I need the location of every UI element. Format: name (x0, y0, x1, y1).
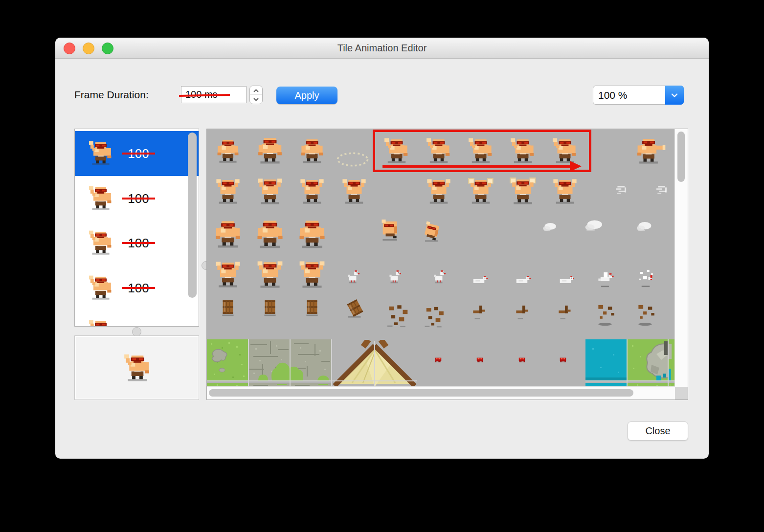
chicken-lying-sprite[interactable] (557, 270, 574, 290)
chicken-stand-sprite[interactable] (386, 268, 403, 287)
barrel-tilt-sprite[interactable] (344, 297, 366, 321)
frame-list[interactable]: 100100100100 (74, 129, 199, 327)
grid-line (331, 339, 332, 387)
tile-grass[interactable] (207, 339, 248, 382)
wood-plank-sprite[interactable] (513, 301, 533, 324)
ogre-arms-up-sprite[interactable] (341, 178, 367, 207)
barrel-sprite[interactable] (259, 296, 281, 320)
ogre-glow-sprite[interactable] (509, 178, 537, 207)
stepper-down-icon[interactable] (250, 94, 262, 104)
frame-list-item[interactable]: 100 (75, 131, 199, 176)
smoke-puff-sprite[interactable] (541, 219, 558, 238)
chicken-fly-sprite[interactable] (595, 267, 615, 290)
tileset-view[interactable] (206, 129, 688, 400)
crab-sprite[interactable] (475, 355, 485, 367)
tile-stone-grass-b[interactable] (290, 339, 331, 382)
preview-sprite (123, 354, 152, 384)
grid-line (248, 339, 249, 387)
wood-plank-sprite[interactable] (470, 301, 490, 324)
frame-sprite (88, 275, 113, 303)
close-button[interactable]: Close (628, 421, 688, 441)
debris-fly-sprite[interactable] (592, 302, 618, 330)
chicken-lying-sprite[interactable] (470, 270, 488, 290)
wood-debris-sprite[interactable] (384, 302, 411, 332)
animation-preview-pane (74, 335, 199, 400)
ogre-big-sprite[interactable] (255, 219, 285, 251)
annotation-strikethrough (122, 242, 155, 244)
ogre-arms-up-sprite[interactable] (256, 261, 284, 291)
titlebar[interactable]: Tile Animation Editor (55, 38, 709, 59)
ogre-arms-up-sprite[interactable] (298, 261, 326, 291)
smoke-puff-sprite[interactable] (583, 215, 604, 239)
tile-water[interactable] (585, 339, 627, 382)
grid-line (207, 380, 417, 381)
tile-stone-grass[interactable] (248, 339, 290, 382)
frame-duration-stepper[interactable] (249, 86, 263, 104)
grid-line (290, 339, 291, 387)
crab-sprite[interactable] (433, 355, 443, 367)
chicken-burst-sprite[interactable] (635, 266, 656, 290)
tileset-horizontal-scrollbar[interactable] (207, 386, 675, 399)
window-title: Tile Animation Editor (55, 38, 709, 58)
barrel-sprite[interactable] (301, 296, 323, 320)
zoom-select[interactable]: 100 % (593, 86, 684, 105)
frame-list-item[interactable]: 100 (75, 221, 199, 266)
frame-sprite (88, 230, 113, 258)
debris-fly-sprite[interactable] (632, 302, 658, 330)
chicken-stand-sprite[interactable] (344, 268, 361, 287)
ogre-big-sprite[interactable] (297, 219, 327, 251)
ogre-arms-up-sprite[interactable] (214, 261, 242, 290)
ogre-stand-sprite[interactable] (256, 136, 284, 167)
barrel-sprite[interactable] (217, 296, 239, 320)
annotation-strikethrough (122, 198, 155, 200)
ghost-dash-sprite[interactable] (652, 181, 670, 201)
frame-list-item[interactable]: 100 (75, 266, 199, 310)
tileset-vertical-scrollbar[interactable] (674, 129, 688, 387)
frame-sprite (88, 186, 113, 213)
tile-animation-editor-window: Tile Animation Editor Frame Duration: 10… (55, 38, 709, 459)
frame-duration-label: Frame Duration: (74, 86, 149, 103)
wood-plank-sprite[interactable] (555, 301, 576, 324)
tile-grass-rock[interactable] (627, 339, 668, 382)
annotation-arrow-line (382, 165, 571, 168)
frame-sprite (88, 320, 113, 327)
annotation-arrow-head (570, 161, 582, 172)
grid-line (585, 380, 675, 381)
select-ellipse-sprite[interactable] (336, 142, 370, 178)
scrollbar-corner (675, 387, 688, 399)
ogre-jump2-sprite[interactable] (420, 221, 443, 245)
grid-line (668, 339, 669, 387)
grid-line (374, 341, 375, 387)
chevron-down-icon[interactable] (665, 86, 684, 105)
grid-line (627, 339, 628, 387)
crab-sprite[interactable] (517, 355, 527, 367)
wood-debris-sprite[interactable] (422, 304, 447, 332)
ogre-arms-up-sprite[interactable] (426, 178, 452, 207)
ogre-stand-sprite[interactable] (299, 138, 325, 166)
annotation-strikethrough (122, 153, 155, 155)
zoom-value: 100 % (598, 86, 628, 104)
chicken-lying-sprite[interactable] (513, 270, 531, 290)
smoke-puff-sprite[interactable] (634, 218, 653, 238)
ogre-stand-sprite[interactable] (215, 138, 241, 166)
frame-list-item[interactable] (75, 310, 199, 327)
frame-list-item[interactable]: 100 (75, 176, 199, 221)
crab-sprite[interactable] (558, 355, 568, 367)
chicken-stand-sprite[interactable] (430, 268, 447, 287)
ogre-arms-up-sprite[interactable] (552, 178, 578, 207)
ogre-punch-sprite[interactable] (635, 137, 662, 167)
frame-sprite (88, 141, 113, 168)
tileset-content[interactable] (207, 129, 675, 387)
ogre-big-sprite[interactable] (213, 220, 243, 251)
ogre-arms-up-sprite[interactable] (215, 178, 241, 207)
ogre-glow-sprite[interactable] (468, 178, 494, 207)
ogre-arms-up-sprite[interactable] (256, 178, 284, 207)
apply-button[interactable]: Apply (276, 87, 337, 104)
ghost-dash-sprite[interactable] (611, 181, 629, 201)
annotation-strikethrough (122, 287, 155, 289)
ogre-jump-sprite[interactable] (377, 218, 403, 245)
stepper-up-icon[interactable] (250, 86, 262, 95)
ogre-arms-up-sprite[interactable] (299, 178, 325, 207)
frame-list-scrollbar[interactable] (188, 133, 197, 298)
